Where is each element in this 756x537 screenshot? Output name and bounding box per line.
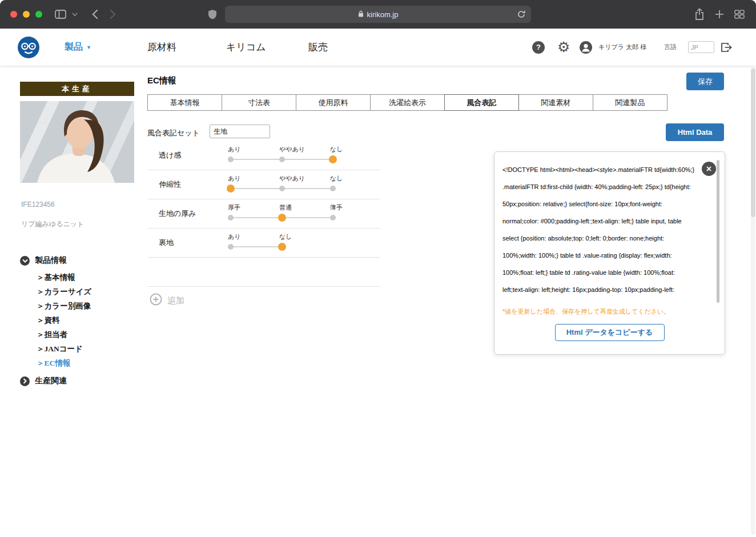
address-bar[interactable]: kirikom.jp (225, 6, 531, 23)
help-icon[interactable]: ? (532, 29, 545, 66)
page-title: EC情報 (147, 75, 176, 86)
product-dropdown[interactable]: 製品 ▼ (65, 29, 91, 66)
page-scrollbar-thumb[interactable] (751, 69, 755, 217)
rating-dot[interactable] (228, 215, 234, 221)
rating-option-label: 薄手 (330, 203, 343, 211)
page-scrollbar[interactable] (751, 67, 755, 535)
tab-related-materials[interactable]: 関連素材 (518, 94, 593, 111)
rating-option: なし (330, 145, 343, 163)
sidebar-toggle-icon[interactable] (55, 0, 66, 29)
sidebar-item-jan-code[interactable]: ＞JANコード (37, 342, 134, 356)
product-name: リブ編みゆるニット (21, 219, 84, 229)
rating-option-label: あり (228, 145, 241, 153)
rating-option: 厚手 (228, 203, 240, 221)
url-text: kirikom.jp (367, 10, 399, 19)
rating-option: あり (228, 233, 241, 250)
tab-related-products[interactable]: 関連製品 (593, 94, 667, 111)
zoom-window-button[interactable] (35, 0, 42, 29)
plus-circle-icon (150, 293, 162, 308)
tab-basic-info[interactable]: 基本情報 (147, 94, 222, 111)
logout-icon[interactable] (720, 29, 733, 66)
language-label: 言語 (664, 29, 677, 66)
sidebar-menu: 製品情報 ＞基本情報 ＞カラーサイズ ＞カラー別画像 ＞資料 ＞担当者 ＞JAN… (20, 255, 134, 386)
tab-texture-notation[interactable]: 風合表記 (444, 94, 519, 111)
product-code: IFE123456 (21, 201, 55, 209)
rating-option: 薄手 (330, 203, 343, 221)
sidebar-section-production[interactable]: 生産関連 (20, 376, 134, 386)
rating-option-label: 厚手 (228, 203, 240, 211)
close-icon[interactable]: × (702, 162, 716, 176)
sidebar-item-documents[interactable]: ＞資料 (37, 313, 134, 327)
rating-dot[interactable] (279, 157, 285, 162)
rating-option: あり (228, 145, 241, 162)
rating-dot[interactable] (228, 157, 234, 162)
sidebar-item-color-size[interactable]: ＞カラーサイズ (37, 284, 134, 299)
sidebar-item-staff[interactable]: ＞担当者 (37, 327, 134, 342)
save-button[interactable]: 保存 (686, 73, 724, 90)
caret-down-icon: ▼ (86, 45, 91, 50)
add-button-label: 追加 (167, 295, 184, 306)
production-status-badge: 本生産 (20, 82, 134, 96)
rating-label: 伸縮性 (159, 179, 181, 190)
rating-option-label: なし (330, 145, 343, 153)
privacy-shield-icon[interactable] (208, 0, 217, 29)
rating-row-stretch: 伸縮性 あり ややあり なし (147, 170, 380, 199)
rating-option: 普通 (279, 203, 292, 222)
rating-dot[interactable] (278, 243, 286, 251)
chevron-down-circle-icon (20, 256, 30, 266)
share-icon[interactable] (694, 0, 705, 29)
tab-overview-icon[interactable] (734, 0, 745, 29)
rating-option-label: 普通 (279, 203, 292, 211)
sidebar-section-label: 生産関連 (35, 376, 67, 386)
tab-care-labels[interactable]: 洗濯絵表示 (370, 94, 445, 111)
product-image (20, 101, 134, 183)
close-window-button[interactable] (10, 0, 17, 29)
ratings-table: 透け感 あり ややあり なし 伸縮性 あり ややあり なし 生地の厚み 厚手 普… (147, 141, 380, 287)
sidebar-item-color-images[interactable]: ＞カラー別画像 (37, 299, 134, 313)
rating-row-thickness: 生地の厚み 厚手 普通 薄手 (147, 199, 380, 229)
tab-dimensions[interactable]: 寸法表 (222, 94, 296, 111)
rating-dot[interactable] (330, 215, 336, 221)
rating-option: ややあり (279, 174, 305, 191)
sidebar-item-ec-info[interactable]: ＞EC情報 (37, 356, 134, 370)
rating-option-label: あり (228, 233, 241, 240)
rating-option-label: あり (228, 174, 241, 182)
app-logo[interactable] (17, 29, 40, 66)
texture-set-input[interactable] (210, 125, 270, 138)
chevron-down-icon[interactable] (72, 0, 78, 29)
product-dropdown-label: 製品 (65, 41, 83, 53)
rating-dot[interactable] (279, 186, 285, 191)
rating-dot[interactable] (227, 185, 235, 193)
rating-row-lining: 裏地 あり なし (147, 229, 380, 258)
nav-raw-materials[interactable]: 原材料 (147, 29, 176, 66)
back-button[interactable] (91, 0, 98, 29)
rating-option-label: なし (330, 174, 343, 182)
tab-materials-used[interactable]: 使用原料 (296, 94, 371, 111)
forward-button[interactable] (110, 0, 116, 29)
panel-scrollbar[interactable] (717, 160, 719, 303)
sidebar-item-basic-info[interactable]: ＞基本情報 (37, 270, 134, 284)
lock-icon (358, 10, 364, 19)
rating-label: 透け感 (159, 150, 181, 161)
generated-html-code: <!DOCTYPE html><html><head><style>.mater… (502, 161, 698, 298)
copy-html-data-button[interactable]: Html データをコピーする (555, 324, 665, 341)
rating-dot[interactable] (330, 186, 336, 191)
rating-dot[interactable] (329, 155, 337, 163)
new-tab-icon[interactable] (715, 0, 724, 29)
rating-label: 裏地 (159, 238, 174, 248)
html-data-button[interactable]: Html Data (666, 123, 724, 141)
settings-gear-icon[interactable]: ⚙ (557, 29, 570, 66)
nav-kiricom[interactable]: キリコム (226, 29, 266, 66)
html-code-panel: × <!DOCTYPE html><html><head><style>.mat… (494, 151, 725, 355)
rating-dot[interactable] (228, 244, 234, 250)
sidebar-items: ＞基本情報 ＞カラーサイズ ＞カラー別画像 ＞資料 ＞担当者 ＞JANコード ＞… (37, 270, 134, 370)
rating-option: あり (228, 174, 241, 193)
nav-sales[interactable]: 販売 (308, 29, 328, 66)
add-rating-button[interactable]: 追加 (150, 293, 184, 308)
minimize-window-button[interactable] (23, 0, 30, 29)
sidebar-section-product-info[interactable]: 製品情報 (20, 255, 134, 266)
rating-dot[interactable] (278, 214, 286, 222)
language-input[interactable] (688, 41, 714, 53)
refresh-icon[interactable] (517, 10, 525, 20)
account-icon[interactable] (579, 29, 593, 66)
